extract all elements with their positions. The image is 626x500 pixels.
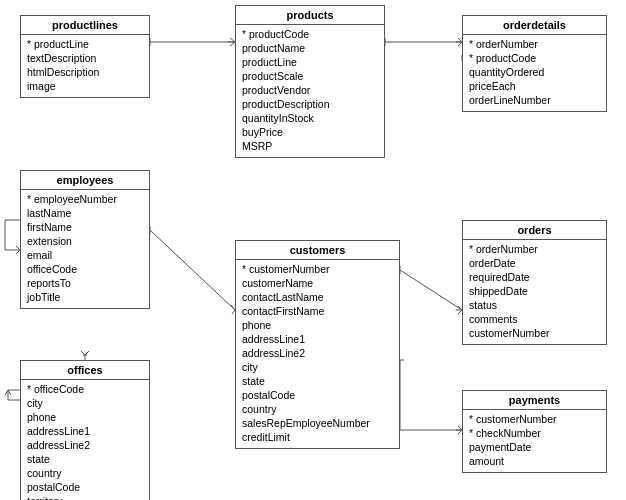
entity-orderdetails: orderdetails* orderNumber* productCodequ…: [462, 15, 607, 112]
field-customers-6: addressLine2: [242, 346, 393, 360]
entity-payments: payments* customerNumber* checkNumberpay…: [462, 390, 607, 473]
field-products-7: buyPrice: [242, 125, 378, 139]
field-customers-10: country: [242, 402, 393, 416]
field-employees-0: * employeeNumber: [27, 192, 143, 206]
entity-header-productlines: productlines: [21, 16, 149, 35]
field-orders-0: * orderNumber: [469, 242, 600, 256]
entity-employees: employees* employeeNumberlastNamefirstNa…: [20, 170, 150, 309]
field-orders-3: shippedDate: [469, 284, 600, 298]
field-orders-4: status: [469, 298, 600, 312]
entity-customers: customers* customerNumbercustomerNamecon…: [235, 240, 400, 449]
entity-header-offices: offices: [21, 361, 149, 380]
entity-body-employees: * employeeNumberlastNamefirstNameextensi…: [21, 190, 149, 308]
field-employees-1: lastName: [27, 206, 143, 220]
field-offices-5: state: [27, 452, 143, 466]
field-customers-11: salesRepEmployeeNumber: [242, 416, 393, 430]
field-products-4: productVendor: [242, 83, 378, 97]
field-products-2: productLine: [242, 55, 378, 69]
field-customers-4: phone: [242, 318, 393, 332]
svg-line-27: [400, 270, 462, 310]
entity-products: products* productCodeproductNameproductL…: [235, 5, 385, 158]
field-payments-3: amount: [469, 454, 600, 468]
field-orderdetails-2: quantityOrdered: [469, 65, 600, 79]
field-offices-0: * officeCode: [27, 382, 143, 396]
field-customers-2: contactLastName: [242, 290, 393, 304]
field-payments-1: * checkNumber: [469, 426, 600, 440]
entity-body-payments: * customerNumber* checkNumberpaymentDate…: [463, 410, 606, 472]
field-customers-1: customerName: [242, 276, 393, 290]
field-productlines-1: textDescription: [27, 51, 143, 65]
field-products-6: quantityInStock: [242, 111, 378, 125]
svg-line-23: [150, 230, 235, 310]
field-employees-2: firstName: [27, 220, 143, 234]
field-customers-7: city: [242, 360, 393, 374]
field-offices-7: postalCode: [27, 480, 143, 494]
field-offices-4: addressLine2: [27, 438, 143, 452]
entity-productlines: productlines* productLinetextDescription…: [20, 15, 150, 98]
entity-header-customers: customers: [236, 241, 399, 260]
field-orders-2: requiredDate: [469, 270, 600, 284]
field-orderdetails-1: * productCode: [469, 51, 600, 65]
svg-line-42: [8, 390, 11, 395]
svg-line-20: [81, 351, 85, 355]
field-products-8: MSRP: [242, 139, 378, 153]
entity-body-orderdetails: * orderNumber* productCodequantityOrdere…: [463, 35, 606, 111]
svg-line-21: [85, 351, 89, 355]
field-payments-0: * customerNumber: [469, 412, 600, 426]
field-productlines-0: * productLine: [27, 37, 143, 51]
entity-offices: offices* officeCodecityphoneaddressLine1…: [20, 360, 150, 500]
entity-orders: orders* orderNumberorderDaterequiredDate…: [462, 220, 607, 345]
field-employees-7: jobTitle: [27, 290, 143, 304]
svg-line-41: [5, 390, 8, 395]
field-customers-12: creditLimit: [242, 430, 393, 444]
field-orderdetails-0: * orderNumber: [469, 37, 600, 51]
erd-diagram: productlines* productLinetextDescription…: [0, 0, 626, 500]
field-products-0: * productCode: [242, 27, 378, 41]
field-products-5: productDescription: [242, 97, 378, 111]
entity-body-productlines: * productLinetextDescriptionhtmlDescript…: [21, 35, 149, 97]
field-employees-4: email: [27, 248, 143, 262]
field-customers-8: state: [242, 374, 393, 388]
field-customers-3: contactFirstName: [242, 304, 393, 318]
entity-body-products: * productCodeproductNameproductLineprodu…: [236, 25, 384, 157]
entity-header-products: products: [236, 6, 384, 25]
field-orders-6: customerNumber: [469, 326, 600, 340]
field-orderdetails-4: orderLineNumber: [469, 93, 600, 107]
field-productlines-2: htmlDescription: [27, 65, 143, 79]
field-orders-1: orderDate: [469, 256, 600, 270]
field-employees-6: reportsTo: [27, 276, 143, 290]
field-customers-5: addressLine1: [242, 332, 393, 346]
entity-body-orders: * orderNumberorderDaterequiredDateshippe…: [463, 240, 606, 344]
field-productlines-3: image: [27, 79, 143, 93]
field-offices-2: phone: [27, 410, 143, 424]
entity-header-orderdetails: orderdetails: [463, 16, 606, 35]
field-payments-2: paymentDate: [469, 440, 600, 454]
field-orders-5: comments: [469, 312, 600, 326]
field-customers-9: postalCode: [242, 388, 393, 402]
field-employees-3: extension: [27, 234, 143, 248]
field-offices-8: territory: [27, 494, 143, 500]
entity-body-customers: * customerNumbercustomerNamecontactLastN…: [236, 260, 399, 448]
field-offices-3: addressLine1: [27, 424, 143, 438]
field-customers-0: * customerNumber: [242, 262, 393, 276]
entity-header-employees: employees: [21, 171, 149, 190]
field-employees-5: officeCode: [27, 262, 143, 276]
field-products-3: productScale: [242, 69, 378, 83]
field-orderdetails-3: priceEach: [469, 79, 600, 93]
field-products-1: productName: [242, 41, 378, 55]
entity-body-offices: * officeCodecityphoneaddressLine1address…: [21, 380, 149, 500]
entity-header-orders: orders: [463, 221, 606, 240]
field-offices-6: country: [27, 466, 143, 480]
entity-header-payments: payments: [463, 391, 606, 410]
field-offices-1: city: [27, 396, 143, 410]
